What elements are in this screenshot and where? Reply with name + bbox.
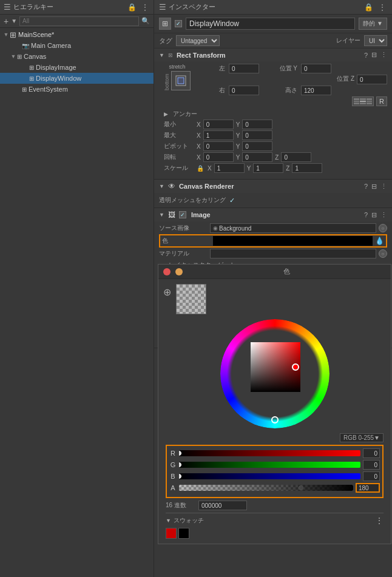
more-icon[interactable]: ⋮	[140, 2, 150, 12]
tree-item-displayimage[interactable]: ⊞ DisplayImage	[0, 62, 154, 73]
height-input[interactable]	[301, 86, 331, 95]
posz-input[interactable]	[357, 75, 387, 84]
swatches-arrow[interactable]: ▼	[166, 518, 171, 524]
cull-transparent-check[interactable]: ✓	[229, 197, 235, 204]
anchor-max-x-label: X	[197, 132, 201, 139]
inspector-lock-icon[interactable]: 🔒	[363, 2, 374, 12]
pivot-label: ピボット	[164, 142, 194, 150]
canvas-renderer-settings[interactable]: ⊟	[371, 183, 377, 191]
color-picker-title: 色	[188, 267, 386, 276]
swatches-section: ▼ スウォッチ ⋮	[166, 513, 384, 539]
layer-label: レイヤー	[336, 36, 360, 45]
r-button[interactable]: R	[376, 96, 387, 106]
active-checkbox[interactable]: ✓	[175, 20, 182, 27]
color-picker-bottom: RGB 0-255▼ R G	[163, 433, 386, 539]
rect-stretch-icon[interactable]	[171, 71, 191, 90]
anchor-max-x[interactable]	[203, 130, 234, 140]
hierarchy-panel: ☰ ヒエラルキー 🔒 ⋮ + ▼ 🔍 ▼ ⊞ MainScene* 📷 Main…	[0, 0, 154, 577]
image-name: Image	[191, 211, 362, 218]
tree-item-eventsystem[interactable]: ⊞ EventSystem	[0, 84, 154, 95]
right-input[interactable]	[229, 86, 259, 95]
anchor-max-label: 最大	[164, 131, 194, 140]
color-swatch[interactable]	[213, 236, 373, 246]
tree-item-canvas[interactable]: ▼ ⊞ Canvas	[0, 51, 154, 62]
g-slider-track[interactable]	[179, 462, 360, 468]
image-header[interactable]: ▼ 🖼 ✓ Image ? ⊟ ⋮	[154, 208, 392, 221]
image-settings[interactable]: ⊟	[371, 211, 377, 219]
b-value-input[interactable]	[363, 471, 380, 481]
color-picker-top-row: ⊕	[163, 284, 386, 314]
rgb-mode-row: RGB 0-255▼	[166, 433, 384, 442]
canvas-renderer-header[interactable]: ▼ 👁 Canvas Renderer ? ⊟ ⋮	[154, 180, 392, 193]
scale-y[interactable]	[253, 163, 283, 173]
svg-rect-1	[178, 78, 184, 84]
saturation-thumb[interactable]	[292, 363, 299, 371]
r-slider-track[interactable]	[179, 450, 360, 456]
anchor-min-y[interactable]	[242, 120, 272, 129]
anchor-arrow[interactable]: ▶	[164, 111, 168, 117]
posy-input[interactable]	[301, 64, 331, 73]
scale-label: スケール	[164, 164, 194, 172]
lock-icon[interactable]: 🔒	[126, 2, 138, 12]
anchor-max-y[interactable]	[242, 130, 272, 140]
displayimage-icon: ⊞	[29, 64, 34, 71]
color-picker-close[interactable]	[163, 268, 171, 275]
rot-y[interactable]	[242, 152, 272, 162]
pivot-y[interactable]	[242, 141, 272, 151]
inspector-more-icon[interactable]: ⋮	[377, 2, 387, 12]
rect-transform-header[interactable]: ▼ ⊠ Rect Transform ? ⊟ ⋮	[154, 49, 392, 61]
rect-transform-settings[interactable]: ⊟	[371, 51, 377, 59]
inspector-menu-icon: ☰	[159, 2, 166, 12]
rect-transform-help[interactable]: ?	[364, 52, 368, 59]
canvas-renderer-menu[interactable]: ⋮	[380, 183, 387, 191]
rot-z[interactable]	[281, 152, 311, 162]
swatch-1[interactable]	[178, 528, 189, 539]
swatches-header: ▼ スウォッチ ⋮	[166, 516, 384, 525]
anchor-label: アンカー	[173, 110, 197, 118]
arrow-icon[interactable]: ▼	[11, 18, 17, 24]
scale-x[interactable]	[214, 163, 245, 173]
image-active-checkbox[interactable]: ✓	[179, 211, 186, 218]
eyedropper-icon[interactable]: 💧	[375, 237, 384, 245]
g-value-input[interactable]	[363, 460, 380, 470]
rect-transform-menu[interactable]: ⋮	[380, 51, 387, 59]
scale-z[interactable]	[292, 163, 322, 173]
image-help[interactable]: ?	[364, 211, 368, 218]
material-value	[210, 249, 376, 258]
swatch-0[interactable]	[166, 528, 177, 539]
swatches-more[interactable]: ⋮	[375, 516, 384, 525]
anchor-section: ▶ アンカー 最小 X Y 最大 X Y	[159, 109, 387, 177]
cull-transparent-label: 透明メッシュをカリング	[159, 196, 226, 204]
eyedropper-picker-icon[interactable]: ⊕	[163, 286, 171, 298]
rgb-mode-label[interactable]: RGB 0-255▼	[340, 433, 384, 442]
color-wheel-container[interactable]	[220, 319, 329, 428]
saturation-box[interactable]	[251, 342, 300, 392]
object-name-input[interactable]	[186, 18, 355, 30]
search-input[interactable]	[19, 16, 139, 26]
rot-x[interactable]	[203, 152, 234, 162]
a-slider-track[interactable]	[179, 485, 353, 491]
tag-select[interactable]: Untagged	[176, 35, 220, 46]
static-button[interactable]: 静的 ▼	[359, 18, 387, 30]
anchor-min-x[interactable]	[203, 120, 234, 129]
pivot-x[interactable]	[203, 141, 234, 151]
r-value-input[interactable]	[363, 448, 380, 458]
a-value-input[interactable]	[356, 483, 380, 493]
canvas-renderer-help[interactable]: ?	[364, 183, 368, 190]
tree-item-displaywindow[interactable]: ⊞ DisplayWindow	[0, 73, 154, 84]
color-wheel-area[interactable]	[163, 319, 386, 428]
grid-icon[interactable]	[352, 96, 374, 106]
color-picker-minimize[interactable]	[175, 268, 183, 275]
left-input[interactable]	[229, 64, 259, 73]
image-menu[interactable]: ⋮	[380, 211, 387, 219]
canvas-renderer-body: 透明メッシュをカリング ✓	[154, 193, 392, 208]
tree-item-mainscene[interactable]: ▼ ⊞ MainScene*	[0, 29, 154, 40]
layer-select[interactable]: UI	[364, 35, 387, 46]
plus-icon[interactable]: +	[4, 16, 8, 26]
b-slider-track[interactable]	[179, 473, 360, 479]
tree-item-maincamera[interactable]: 📷 Main Camera	[0, 40, 154, 51]
hex-input[interactable]	[198, 501, 247, 510]
material-circle-btn[interactable]: ○	[379, 249, 387, 258]
source-circle-btn[interactable]: ○	[379, 224, 387, 232]
hue-thumb[interactable]	[271, 416, 279, 423]
